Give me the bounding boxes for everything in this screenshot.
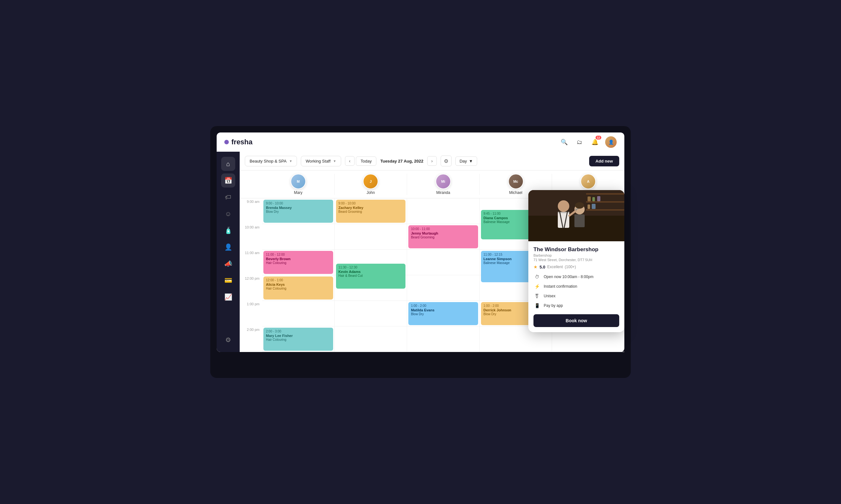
staff-col-john: J John bbox=[335, 174, 407, 195]
sidebar-item-products[interactable]: 🧴 bbox=[221, 223, 235, 237]
rating-count: (100+) bbox=[565, 265, 576, 269]
avatar-mary: M bbox=[290, 174, 306, 189]
staff-label: Working Staff bbox=[306, 159, 330, 163]
topbar-icons: 🔍 🗂 🔔 12 👤 bbox=[559, 136, 617, 148]
event-jenny-murtaugh[interactable]: 10:00 - 11:00 Jenny Murtaugh Beard Groom… bbox=[408, 225, 478, 248]
sidebar-item-settings[interactable]: ⚙ bbox=[221, 333, 235, 347]
view-dropdown-arrow: ▼ bbox=[469, 159, 473, 163]
staff-name-miranda: Miranda bbox=[436, 191, 450, 195]
staff-name-michael: Michael bbox=[509, 191, 522, 195]
event-service: Hair & Beard Cut bbox=[339, 274, 403, 277]
event-zachary-kelley[interactable]: 9:00 - 10:00 Zachary Kelley Beard Groomi… bbox=[336, 200, 406, 223]
staff-name-john: John bbox=[366, 191, 375, 195]
event-beverly-brown[interactable]: 11:00 - 12:00 Beverly Brown Hair Colouri… bbox=[263, 251, 333, 274]
event-brenda-massey[interactable]: 9:00 - 10:00 Brenda Massey Blow Dry bbox=[263, 200, 333, 223]
event-client-name: Beverly Brown bbox=[266, 257, 330, 261]
staff-col-mary: M Mary bbox=[262, 174, 335, 195]
grid-col-mary: 9:00 - 10:00 Brenda Massey Blow Dry 11:0… bbox=[262, 198, 335, 352]
event-kevin-adams[interactable]: 11:30 - 12:30 Kevin Adams Hair & Beard C… bbox=[336, 264, 406, 289]
logo-dot bbox=[224, 140, 229, 144]
sidebar-item-tag[interactable]: 🏷 bbox=[221, 190, 235, 204]
event-service: Blow Dry bbox=[411, 312, 476, 316]
feature-hours: ⏱ Open now 10:00am - 8:00pm bbox=[534, 273, 619, 280]
event-matilda-evans[interactable]: 1:00 - 2:00 Matilda Evans Blow Dry bbox=[408, 302, 478, 325]
sidebar-item-reports[interactable]: 📈 bbox=[221, 290, 235, 304]
feature-pay: 📱 Pay by app bbox=[534, 302, 619, 309]
grid-col-miranda: 10:00 - 11:00 Jenny Murtaugh Beard Groom… bbox=[407, 198, 480, 352]
user-avatar[interactable]: 👤 bbox=[605, 136, 617, 148]
book-now-button[interactable]: Book now bbox=[534, 314, 619, 327]
event-mary-lee-fisher[interactable]: 2:00 - 3:00 Mary Lee Fisher Hair Colouri… bbox=[263, 328, 333, 351]
location-dropdown-arrow: ▼ bbox=[289, 159, 292, 163]
view-label: Day bbox=[460, 159, 467, 163]
next-day-button[interactable]: › bbox=[427, 156, 437, 166]
avatar-john: J bbox=[363, 174, 378, 189]
event-service: Hair Colouring bbox=[266, 338, 330, 341]
time-slot-11am: 11:00 am bbox=[240, 250, 262, 275]
sidebar-item-payments[interactable]: 💳 bbox=[221, 273, 235, 287]
search-icon[interactable]: 🔍 bbox=[559, 137, 569, 147]
info-card: The Windsor Barbershop Barbershop 71 Wes… bbox=[529, 190, 624, 332]
avatar-miranda: Mi bbox=[435, 174, 451, 189]
info-card-category: Barbershop bbox=[534, 253, 619, 257]
time-column: 9:00 am 10:00 am 11:00 am 12:00 pm 1:00 … bbox=[240, 198, 262, 352]
event-time: 12:00 - 1:00 bbox=[266, 278, 330, 282]
info-card-body: The Windsor Barbershop Barbershop 71 Wes… bbox=[529, 241, 624, 332]
event-client-name: Jenny Murtaugh bbox=[411, 231, 476, 235]
event-client-name: Mary Lee Fisher bbox=[266, 334, 330, 338]
sidebar-item-clients[interactable]: 👤 bbox=[221, 240, 235, 254]
star-icon: ★ bbox=[534, 264, 538, 269]
rating: ★ 5.0 Excellent (100+) bbox=[534, 264, 619, 269]
event-client-name: Brenda Massey bbox=[266, 206, 330, 210]
event-alicia-keys[interactable]: 12:00 - 1:00 Alicia Keys Hair Colouring bbox=[263, 276, 333, 300]
info-card-image bbox=[529, 190, 624, 241]
sidebar-item-calendar[interactable]: 📅 bbox=[221, 174, 235, 187]
event-service: Blow Dry bbox=[266, 210, 330, 213]
time-gutter bbox=[240, 174, 262, 195]
event-service: Beard Grooming bbox=[411, 235, 476, 239]
event-time: 9:00 - 10:00 bbox=[339, 202, 403, 205]
calendar-settings-button[interactable]: ⚙ bbox=[441, 156, 451, 166]
sidebar-item-smiley[interactable]: ☺ bbox=[221, 207, 235, 221]
event-client-name: Zachary Kelley bbox=[339, 206, 403, 210]
time-slot-12pm: 12:00 pm bbox=[240, 275, 262, 301]
logo: fresha bbox=[224, 138, 252, 146]
event-client-name: Kevin Adams bbox=[339, 270, 403, 274]
event-client-name: Alicia Keys bbox=[266, 283, 330, 286]
staff-dropdown[interactable]: Working Staff ▼ bbox=[301, 156, 341, 166]
prev-day-button[interactable]: ‹ bbox=[345, 156, 355, 166]
avatar-michael: Mc bbox=[508, 174, 523, 189]
bolt-icon: ⚡ bbox=[534, 283, 540, 290]
sidebar-item-marketing[interactable]: 📣 bbox=[221, 257, 235, 271]
event-time: 1:00 - 2:00 bbox=[411, 304, 476, 307]
phone-pay-icon: 📱 bbox=[534, 302, 540, 309]
today-button[interactable]: Today bbox=[356, 157, 377, 166]
feature-unisex-text: Unisex bbox=[544, 294, 556, 298]
svg-rect-21 bbox=[529, 190, 624, 241]
grid-col-john: 9:00 - 10:00 Zachary Kelley Beard Groomi… bbox=[335, 198, 407, 352]
toolbar: Beauty Shop & SPA ▼ Working Staff ▼ ‹ To… bbox=[240, 152, 624, 170]
event-time: 9:00 - 10:00 bbox=[266, 202, 330, 205]
sidebar-item-home[interactable]: ⌂ bbox=[221, 157, 235, 171]
event-service: Beard Grooming bbox=[339, 210, 403, 213]
bell-icon[interactable]: 🔔 12 bbox=[590, 137, 600, 147]
event-time: 10:00 - 11:00 bbox=[411, 227, 476, 231]
topbar: fresha 🔍 🗂 🔔 12 👤 bbox=[217, 132, 624, 152]
app-wrapper: fresha 🔍 🗂 🔔 12 👤 ⌂ 📅 🏷 ☺ 🧴 👤 📣 💳 📈 ⚙ bbox=[210, 126, 631, 378]
location-dropdown[interactable]: Beauty Shop & SPA ▼ bbox=[245, 156, 297, 166]
view-dropdown[interactable]: Day ▼ bbox=[455, 157, 477, 166]
rating-label: Excellent bbox=[547, 265, 563, 269]
date-nav: ‹ Today Tuesday 27 Aug, 2022 › bbox=[345, 156, 437, 166]
time-slot-2pm: 2:00 pm bbox=[240, 326, 262, 352]
feature-hours-text: Open now 10:00am - 8:00pm bbox=[544, 274, 593, 279]
staff-dropdown-arrow: ▼ bbox=[333, 159, 336, 163]
rating-score: 5.0 bbox=[539, 265, 545, 269]
barber-scene-illustration bbox=[529, 190, 624, 241]
wallet-icon[interactable]: 🗂 bbox=[574, 137, 585, 147]
location-label: Beauty Shop & SPA bbox=[250, 159, 286, 163]
gender-icon: ⚧ bbox=[534, 292, 540, 300]
event-time: 11:00 - 12:00 bbox=[266, 253, 330, 256]
date-label: Tuesday 27 Aug, 2022 bbox=[378, 159, 426, 163]
info-card-address: 71 West Street, Dorchester, DT7 5UH bbox=[534, 258, 619, 262]
add-new-button[interactable]: Add new bbox=[589, 156, 619, 166]
